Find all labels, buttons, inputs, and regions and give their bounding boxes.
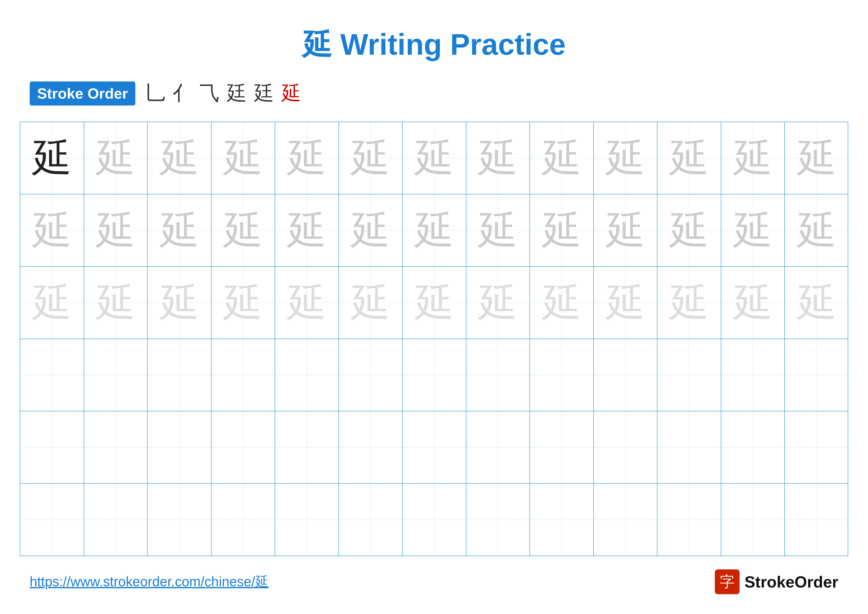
char-lighter: 延	[669, 283, 709, 322]
char-light: 延	[606, 138, 645, 178]
grid-cell-3-11[interactable]: 延	[657, 267, 721, 339]
grid-row-5	[20, 411, 848, 484]
grid-cell-4-3[interactable]	[148, 339, 212, 411]
grid-cell-4-6[interactable]	[339, 339, 403, 411]
char-light: 延	[96, 210, 135, 250]
char-lighter: 延	[797, 283, 837, 322]
grid-cell-5-13[interactable]	[785, 411, 849, 483]
grid-cell-3-6[interactable]: 延	[339, 267, 403, 339]
grid-cell-4-13[interactable]	[785, 339, 849, 411]
grid-cell-5-10[interactable]	[594, 411, 658, 483]
grid-cell-1-5[interactable]: 延	[275, 122, 339, 194]
char-lighter: 延	[32, 283, 72, 322]
grid-cell-1-4[interactable]: 延	[212, 122, 275, 194]
grid-cell-6-7[interactable]	[403, 484, 467, 555]
grid-cell-2-3[interactable]: 延	[148, 194, 212, 266]
grid-cell-5-7[interactable]	[403, 411, 467, 483]
grid-cell-1-12[interactable]: 延	[721, 122, 785, 194]
stroke-1: ⺃	[145, 80, 165, 107]
grid-cell-6-2[interactable]	[84, 484, 148, 555]
footer-url[interactable]: https://www.strokeorder.com/chinese/延	[30, 573, 269, 591]
grid-cell-6-1[interactable]	[20, 484, 84, 555]
grid-cell-5-11[interactable]	[657, 411, 721, 483]
grid-cell-3-12[interactable]: 延	[721, 267, 785, 339]
grid-cell-2-10[interactable]: 延	[594, 194, 658, 266]
grid-cell-3-9[interactable]: 延	[530, 267, 594, 339]
stroke-5: 廷	[254, 80, 274, 107]
grid-cell-2-12[interactable]: 延	[721, 194, 785, 266]
grid-cell-5-4[interactable]	[212, 411, 275, 483]
grid-cell-3-10[interactable]: 延	[594, 267, 658, 339]
char-light: 延	[542, 138, 581, 178]
grid-cell-3-1[interactable]: 延	[20, 267, 84, 339]
char-light: 延	[797, 138, 837, 178]
grid-cell-2-8[interactable]: 延	[467, 194, 530, 266]
grid-cell-3-13[interactable]: 延	[785, 267, 849, 339]
grid-cell-2-7[interactable]: 延	[403, 194, 467, 266]
stroke-2: 亻	[172, 80, 192, 107]
grid-cell-5-3[interactable]	[148, 411, 212, 483]
grid-cell-6-5[interactable]	[275, 484, 339, 555]
char-lighter: 延	[733, 283, 773, 322]
grid-cell-4-1[interactable]	[20, 339, 84, 411]
grid-cell-1-2[interactable]: 延	[84, 122, 148, 194]
grid-cell-2-1[interactable]: 延	[20, 194, 84, 266]
grid-cell-2-5[interactable]: 延	[275, 194, 339, 266]
grid-cell-2-4[interactable]: 延	[212, 194, 275, 266]
strokeorder-logo-icon: 字	[715, 569, 739, 594]
grid-cell-3-4[interactable]: 延	[212, 267, 275, 339]
grid-cell-6-8[interactable]	[467, 484, 530, 555]
grid-cell-6-12[interactable]	[721, 484, 785, 555]
grid-cell-1-6[interactable]: 延	[339, 122, 403, 194]
logo-text: StrokeOrder	[744, 573, 838, 591]
grid-cell-4-10[interactable]	[594, 339, 658, 411]
char-lighter: 延	[287, 283, 327, 322]
grid-cell-6-3[interactable]	[148, 484, 212, 555]
grid-cell-3-5[interactable]: 延	[275, 267, 339, 339]
grid-cell-6-9[interactable]	[530, 484, 594, 555]
char-lighter: 延	[414, 283, 454, 322]
grid-cell-6-4[interactable]	[212, 484, 275, 555]
grid-cell-2-2[interactable]: 延	[84, 194, 148, 266]
grid-cell-4-9[interactable]	[530, 339, 594, 411]
grid-cell-5-6[interactable]	[339, 411, 403, 483]
grid-cell-3-3[interactable]: 延	[148, 267, 212, 339]
grid-cell-5-5[interactable]	[275, 411, 339, 483]
grid-row-1: 延 延 延 延 延 延 延 延 延 延 延 延	[20, 122, 848, 194]
grid-cell-2-6[interactable]: 延	[339, 194, 403, 266]
grid-cell-1-3[interactable]: 延	[148, 122, 212, 194]
grid-cell-3-2[interactable]: 延	[84, 267, 148, 339]
grid-cell-2-11[interactable]: 延	[657, 194, 721, 266]
grid-cell-4-7[interactable]	[403, 339, 467, 411]
practice-grid: 延 延 延 延 延 延 延 延 延 延 延 延	[20, 121, 848, 556]
grid-cell-1-1[interactable]: 延	[20, 122, 84, 194]
stroke-order-section: Stroke Order ⺃ 亻 ⺄ 廷 廷 延	[0, 80, 868, 107]
grid-cell-4-11[interactable]	[657, 339, 721, 411]
grid-cell-4-4[interactable]	[212, 339, 275, 411]
grid-cell-5-9[interactable]	[530, 411, 594, 483]
grid-cell-1-9[interactable]: 延	[530, 122, 594, 194]
grid-cell-6-11[interactable]	[657, 484, 721, 555]
grid-cell-1-11[interactable]: 延	[657, 122, 721, 194]
grid-cell-6-6[interactable]	[339, 484, 403, 555]
grid-cell-4-2[interactable]	[84, 339, 148, 411]
grid-cell-5-12[interactable]	[721, 411, 785, 483]
char-lighter: 延	[350, 283, 390, 322]
char-light: 延	[160, 210, 199, 250]
grid-cell-2-9[interactable]: 延	[530, 194, 594, 266]
grid-cell-6-13[interactable]	[785, 484, 849, 555]
grid-cell-4-5[interactable]	[275, 339, 339, 411]
grid-cell-6-10[interactable]	[594, 484, 658, 555]
grid-cell-4-8[interactable]	[467, 339, 530, 411]
grid-cell-1-13[interactable]: 延	[785, 122, 849, 194]
grid-cell-3-8[interactable]: 延	[467, 267, 530, 339]
grid-cell-5-2[interactable]	[84, 411, 148, 483]
grid-cell-5-1[interactable]	[20, 411, 84, 483]
grid-cell-5-8[interactable]	[467, 411, 530, 483]
grid-cell-1-10[interactable]: 延	[594, 122, 658, 194]
grid-cell-3-7[interactable]: 延	[403, 267, 467, 339]
grid-cell-4-12[interactable]	[721, 339, 785, 411]
grid-cell-1-8[interactable]: 延	[467, 122, 530, 194]
grid-cell-1-7[interactable]: 延	[403, 122, 467, 194]
grid-cell-2-13[interactable]: 延	[785, 194, 849, 266]
